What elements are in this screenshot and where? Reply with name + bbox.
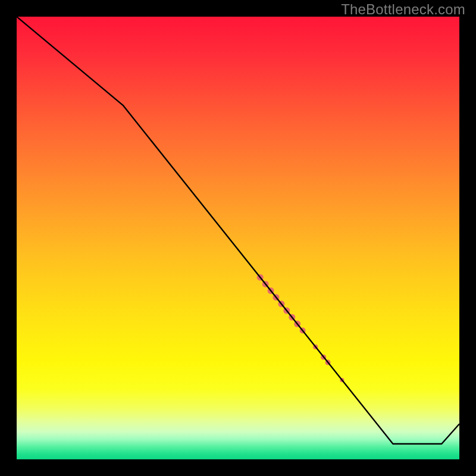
watermark-text: TheBottleneck.com xyxy=(341,1,465,18)
main-curve xyxy=(17,17,459,444)
chart-frame: TheBottleneck.com xyxy=(0,0,476,476)
plot-svg xyxy=(17,17,459,459)
plot-area xyxy=(17,17,459,459)
